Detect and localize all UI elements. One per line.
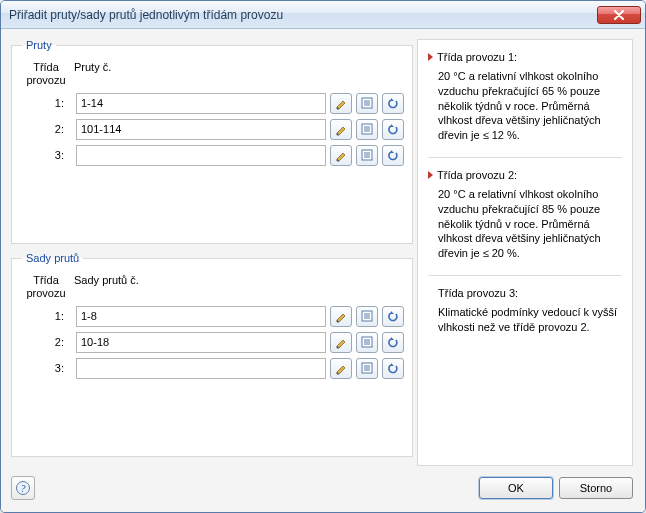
info-class1-title: Třída provozu 1: xyxy=(437,50,517,65)
dialog-button-row: ? OK Storno xyxy=(11,466,633,502)
main-area: Pruty Třída provozu Pruty č. 1: xyxy=(11,39,633,466)
info-class1: Třída provozu 1: 20 °C a relativní vlhko… xyxy=(428,50,622,143)
list-icon xyxy=(360,309,374,323)
reset-button[interactable] xyxy=(382,306,404,327)
picker-icon xyxy=(334,335,348,349)
members-header-list: Pruty č. xyxy=(72,61,404,86)
list-button[interactable] xyxy=(356,332,378,353)
pick-button[interactable] xyxy=(330,93,352,114)
divider xyxy=(428,157,622,158)
info-class3-title: Třída provozu 3: xyxy=(438,286,518,301)
list-icon xyxy=(360,361,374,375)
info-class3-text: Klimatické podmínky vedoucí k vyšší vlhk… xyxy=(428,305,622,335)
undo-icon xyxy=(386,309,400,323)
members-row-label: 1: xyxy=(20,97,72,109)
sets-row: 3: xyxy=(20,355,404,381)
sets-header: Třída provozu Sady prutů č. xyxy=(20,274,404,299)
picker-icon xyxy=(334,96,348,110)
pick-button[interactable] xyxy=(330,306,352,327)
sets-row-label: 3: xyxy=(20,362,72,374)
svg-text:?: ? xyxy=(21,483,26,494)
reset-button[interactable] xyxy=(382,145,404,166)
undo-icon xyxy=(386,122,400,136)
picker-icon xyxy=(334,309,348,323)
group-sets-legend: Sady prutů xyxy=(22,252,83,264)
client-area: Pruty Třída provozu Pruty č. 1: xyxy=(1,29,645,512)
undo-icon xyxy=(386,96,400,110)
dialog-window: Přiřadit pruty/sady prutů jednotlivým tř… xyxy=(0,0,646,513)
list-button[interactable] xyxy=(356,358,378,379)
close-icon xyxy=(613,10,625,20)
members-input-1[interactable] xyxy=(76,93,326,114)
sets-row-label: 1: xyxy=(20,310,72,322)
cancel-button[interactable]: Storno xyxy=(559,477,633,499)
picker-icon xyxy=(334,148,348,162)
sets-row: 2: xyxy=(20,329,404,355)
sets-input-3[interactable] xyxy=(76,358,326,379)
members-row: 2: xyxy=(20,116,404,142)
help-button[interactable]: ? xyxy=(11,476,35,500)
list-button[interactable] xyxy=(356,119,378,140)
list-icon xyxy=(360,122,374,136)
reset-button[interactable] xyxy=(382,119,404,140)
list-icon xyxy=(360,148,374,162)
reset-button[interactable] xyxy=(382,93,404,114)
info-class1-text: 20 °C a relativní vlhkost okolního vzduc… xyxy=(428,69,622,143)
help-icon: ? xyxy=(15,480,31,496)
reset-button[interactable] xyxy=(382,332,404,353)
undo-icon xyxy=(386,335,400,349)
titlebar: Přiřadit pruty/sady prutů jednotlivým tř… xyxy=(1,1,645,29)
group-members: Pruty Třída provozu Pruty č. 1: xyxy=(11,39,413,244)
sets-input-2[interactable] xyxy=(76,332,326,353)
left-column: Pruty Třída provozu Pruty č. 1: xyxy=(11,39,407,466)
members-row-label: 3: xyxy=(20,149,72,161)
close-button[interactable] xyxy=(597,6,641,24)
info-panel: Třída provozu 1: 20 °C a relativní vlhko… xyxy=(417,39,633,466)
members-row: 1: xyxy=(20,90,404,116)
group-members-legend: Pruty xyxy=(22,39,56,51)
undo-icon xyxy=(386,361,400,375)
bullet-icon xyxy=(428,53,433,61)
sets-header-class: Třída provozu xyxy=(20,274,72,299)
pick-button[interactable] xyxy=(330,332,352,353)
divider xyxy=(428,275,622,276)
picker-icon xyxy=(334,122,348,136)
sets-input-1[interactable] xyxy=(76,306,326,327)
members-input-3[interactable] xyxy=(76,145,326,166)
members-header: Třída provozu Pruty č. xyxy=(20,61,404,86)
list-icon xyxy=(360,335,374,349)
list-button[interactable] xyxy=(356,93,378,114)
list-icon xyxy=(360,96,374,110)
pick-button[interactable] xyxy=(330,145,352,166)
reset-button[interactable] xyxy=(382,358,404,379)
info-class2-text: 20 °C a relativní vlhkost okolního vzduc… xyxy=(428,187,622,261)
members-input-2[interactable] xyxy=(76,119,326,140)
group-sets: Sady prutů Třída provozu Sady prutů č. 1… xyxy=(11,252,413,457)
list-button[interactable] xyxy=(356,145,378,166)
sets-row: 1: xyxy=(20,303,404,329)
members-row: 3: xyxy=(20,142,404,168)
ok-button[interactable]: OK xyxy=(479,477,553,499)
sets-row-label: 2: xyxy=(20,336,72,348)
list-button[interactable] xyxy=(356,306,378,327)
members-row-label: 2: xyxy=(20,123,72,135)
undo-icon xyxy=(386,148,400,162)
picker-icon xyxy=(334,361,348,375)
info-class2-title: Třída provozu 2: xyxy=(437,168,517,183)
pick-button[interactable] xyxy=(330,358,352,379)
sets-header-list: Sady prutů č. xyxy=(72,274,404,299)
info-class3: Třída provozu 3: Klimatické podmínky ved… xyxy=(428,286,622,335)
members-header-class: Třída provozu xyxy=(20,61,72,86)
window-title: Přiřadit pruty/sady prutů jednotlivým tř… xyxy=(9,8,597,22)
pick-button[interactable] xyxy=(330,119,352,140)
info-class2: Třída provozu 2: 20 °C a relativní vlhko… xyxy=(428,168,622,261)
bullet-icon xyxy=(428,171,433,179)
